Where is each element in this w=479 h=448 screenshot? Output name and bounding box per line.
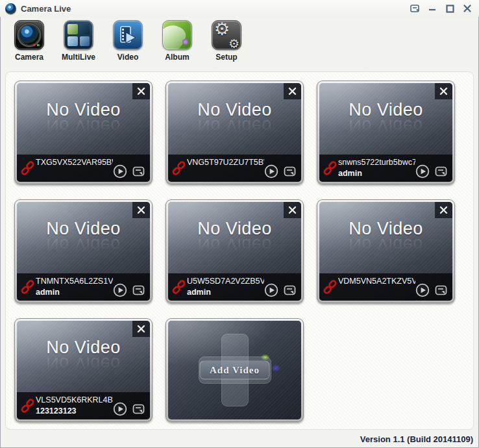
minimize-button[interactable] xyxy=(427,3,437,14)
tile-close-button[interactable] xyxy=(132,321,150,337)
camera-text-block: snwns5722turb5bwc7zj admin xyxy=(338,157,415,179)
no-video-reflection: No Video xyxy=(319,116,452,136)
toolbar: Camera MultiLive Video Album xyxy=(0,17,479,70)
camera-id: snwns5722turb5bwc7zj xyxy=(338,158,415,168)
camera-video-area: No Video No Video xyxy=(168,83,301,182)
no-video-reflection: No Video xyxy=(17,353,150,373)
toolbar-item-camera[interactable]: Camera xyxy=(9,20,49,62)
tile-actions xyxy=(113,276,146,298)
camera-tile: No Video No Video xyxy=(317,199,455,303)
tile-actions xyxy=(113,395,146,417)
no-video-label: No Video No Video xyxy=(168,219,301,255)
tile-settings-button[interactable] xyxy=(283,164,297,179)
camera-user xyxy=(338,288,415,297)
play-icon xyxy=(113,283,127,297)
settings-icon xyxy=(283,165,297,179)
play-button[interactable] xyxy=(113,283,127,297)
thumbnail xyxy=(68,24,78,34)
play-button[interactable] xyxy=(113,402,127,416)
close-icon xyxy=(137,325,145,333)
tile-settings-button[interactable] xyxy=(434,164,448,179)
album-icon xyxy=(162,20,192,50)
tile-settings-button[interactable] xyxy=(132,164,146,179)
tile-close-button[interactable] xyxy=(284,202,301,218)
tile-settings-button[interactable] xyxy=(132,402,146,416)
camera-text-block: VDM5VN5A2TKZV5VW87YJ xyxy=(338,276,415,298)
disconnected-link-icon xyxy=(19,157,36,179)
tile-info-bar: VLS5VD5K6RKRL4BW87Y1 123123123 xyxy=(17,392,150,419)
play-button[interactable] xyxy=(415,164,430,179)
camera-video-area: No Video No Video xyxy=(17,321,150,419)
camera-text-block: VNG5T97U2ZU7T5BWC7ZJ xyxy=(187,157,264,179)
maximize-button[interactable] xyxy=(445,3,455,14)
setup-gears-icon: ⚙ ⚙ xyxy=(212,20,241,50)
gear-icon: ⚙ xyxy=(214,20,230,39)
toolbar-item-video[interactable]: Video xyxy=(108,20,148,62)
app-logo-icon xyxy=(5,3,16,14)
camera-user: admin xyxy=(36,288,113,297)
camera-user xyxy=(187,169,264,179)
window-controls xyxy=(410,3,473,14)
camera-text-block: VLS5VD5K6RKRL4BW87Y1 123123123 xyxy=(36,395,113,417)
filmstrip-icon xyxy=(117,25,138,45)
camera-id: TNMNTX5A6L2ZS1VWC7D1 xyxy=(36,277,113,286)
settings-icon xyxy=(434,284,448,297)
no-video-reflection: No Video xyxy=(168,116,301,136)
play-button[interactable] xyxy=(264,283,278,297)
camera-text-block: TNMNTX5A6L2ZS1VWC7D1 admin xyxy=(36,276,113,298)
settings-icon xyxy=(434,165,448,179)
version-text: Version 1.1 (Build 20141109) xyxy=(360,434,473,444)
disconnected-link-icon xyxy=(321,276,338,298)
tile-close-button[interactable] xyxy=(132,83,150,99)
tile-close-button[interactable] xyxy=(435,83,452,99)
camera-tile: No Video No Video xyxy=(166,199,304,303)
tile-info-bar: snwns5722turb5bwc7zj admin xyxy=(319,155,452,182)
camera-tile: No Video No Video xyxy=(14,81,153,184)
feedback-icon[interactable] xyxy=(410,3,420,14)
camera-text-block: TXG5VX522VAR95BWC7ZJ xyxy=(36,157,113,179)
toolbar-label: MultiLive xyxy=(62,53,95,62)
close-icon xyxy=(288,87,297,95)
tile-actions xyxy=(415,276,448,298)
toolbar-item-multilive[interactable]: MultiLive xyxy=(58,20,99,62)
tile-close-button[interactable] xyxy=(435,202,452,218)
no-video-reflection: No Video xyxy=(168,234,301,255)
toolbar-label: Setup xyxy=(215,53,237,62)
toolbar-item-album[interactable]: Album xyxy=(157,20,197,62)
tile-close-button[interactable] xyxy=(132,202,150,218)
add-video-tile[interactable]: Add Video xyxy=(166,318,304,422)
tile-settings-button[interactable] xyxy=(132,283,146,297)
play-icon xyxy=(264,283,278,297)
tile-settings-button[interactable] xyxy=(283,283,297,297)
play-button[interactable] xyxy=(264,164,278,179)
tile-settings-button[interactable] xyxy=(434,283,448,297)
camera-id: U5W5SD7A2V2ZB5VW8RYJ xyxy=(187,277,264,286)
play-button[interactable] xyxy=(415,283,430,297)
settings-icon xyxy=(283,284,297,297)
camera-id: TXG5VX522VAR95BWC7ZJ xyxy=(36,158,113,168)
statusbar: Version 1.1 (Build 20141109) xyxy=(0,430,479,448)
play-icon xyxy=(415,164,430,179)
tile-close-button[interactable] xyxy=(284,83,301,99)
play-icon xyxy=(113,164,127,179)
disconnected-link-icon xyxy=(321,157,338,179)
thumbnail xyxy=(80,24,90,34)
add-video-area[interactable]: Add Video xyxy=(168,321,301,419)
settings-icon xyxy=(132,165,145,179)
tile-actions xyxy=(415,157,448,179)
close-button[interactable] xyxy=(462,3,473,14)
camera-tile: No Video No Video xyxy=(317,81,455,184)
titlebar: Camera Live xyxy=(0,0,479,17)
toolbar-item-setup[interactable]: ⚙ ⚙ Setup xyxy=(206,20,247,62)
app-title: Camera Live xyxy=(21,4,71,14)
camera-id: VNG5T97U2ZU7T5BWC7ZJ xyxy=(187,158,264,168)
play-button[interactable] xyxy=(113,164,127,179)
plus-icon xyxy=(199,334,271,406)
camera-grid: No Video No Video xyxy=(14,81,473,422)
add-video-label: Add Video xyxy=(199,361,270,380)
camera-video-area: No Video No Video xyxy=(319,202,452,301)
tile-info-bar: VDM5VN5A2TKZV5VW87YJ xyxy=(319,273,452,301)
close-icon xyxy=(288,206,297,214)
no-video-label: No Video No Video xyxy=(17,338,150,373)
no-video-label: No Video No Video xyxy=(168,100,301,136)
